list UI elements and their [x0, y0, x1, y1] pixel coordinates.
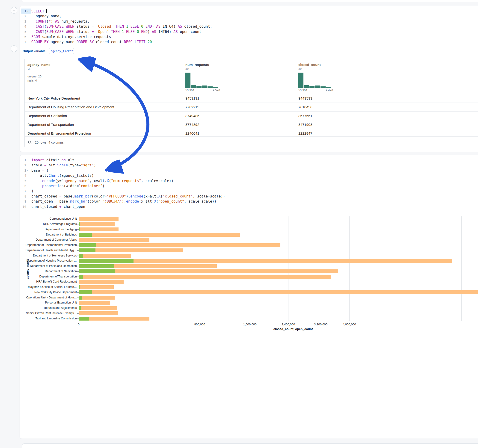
bar-closed — [79, 285, 114, 289]
code-token: 0 — [141, 25, 143, 29]
line-number: 1 — [25, 8, 26, 14]
table-row-count: 20 rows, 4 columns — [35, 141, 64, 144]
code-token: END — [141, 30, 148, 34]
code-token: CAST — [36, 25, 44, 29]
code-token: ( — [53, 25, 55, 29]
output-variable-chip[interactable]: agency_tickets — [49, 48, 74, 54]
y-axis-tick — [77, 313, 79, 314]
text-cursor — [46, 9, 47, 13]
output-variable-row: Output variable: agency_tickets — [23, 48, 74, 54]
line-number: 3 — [25, 19, 26, 24]
code-text: SELECT — [31, 8, 47, 14]
hist-min-label: 53,304 — [185, 89, 194, 92]
code-token — [124, 25, 126, 29]
y-axis-tick — [77, 303, 79, 303]
y-axis-tick — [77, 261, 79, 261]
table-cell: Department of Housing Preservation and D… — [25, 105, 183, 109]
code-token: 'Closed' — [96, 25, 113, 29]
histogram-axis-labels: 53,3049.4e6 — [298, 89, 333, 92]
table-cell: Department of Environmental Protection — [25, 131, 183, 136]
x-axis-label: 4,000,000 — [343, 323, 356, 326]
code-token: LIMIT — [135, 40, 145, 44]
table-cell: 9453131 — [183, 96, 296, 100]
code-token — [94, 25, 96, 29]
table-cell: 7618456 — [296, 105, 478, 109]
add-cell-button-top[interactable]: + — [11, 7, 17, 14]
code-token: = — [92, 25, 94, 29]
histogram-bar — [326, 87, 331, 88]
y-axis-tick — [77, 219, 79, 219]
column-type: i64 — [185, 68, 296, 71]
y-axis-tick — [77, 240, 79, 240]
y-axis-tick — [77, 287, 79, 287]
bar-open — [79, 222, 80, 226]
sql-cell: 1⌄SELECT 2 agency_name,3 COUNT(*) AS num… — [20, 6, 478, 152]
histogram-bar — [304, 85, 309, 88]
code-token: DESC — [124, 40, 132, 44]
code-token — [128, 25, 130, 29]
histogram-axis-labels: 53,3049.5e6 — [185, 89, 220, 92]
code-token: ( — [46, 19, 48, 24]
code-token — [31, 25, 36, 29]
output-variable-label: Output variable: — [23, 49, 47, 53]
code-token: closed_count, — [182, 25, 212, 29]
histogram — [185, 73, 220, 88]
bar-open — [79, 233, 92, 237]
bar-closed — [79, 259, 452, 263]
sql-code-editor[interactable]: 1⌄SELECT 2 agency_name,3 COUNT(*) AS num… — [21, 8, 477, 45]
gridline — [349, 216, 350, 321]
column-name: agency_name — [27, 63, 183, 67]
fold-chevron-icon[interactable]: ⌄ — [27, 8, 30, 13]
code-token: ( — [44, 25, 46, 29]
code-text: CAST(SUM(CASE WHEN status = 'Closed' THE… — [31, 24, 212, 29]
y-axis-label: Taxi and Limousine Commission — [25, 317, 77, 320]
code-token — [109, 30, 111, 34]
histogram-bar — [298, 73, 303, 88]
histogram-bar — [213, 87, 218, 88]
x-axis-label: 2,400,000 — [282, 323, 295, 326]
code-token: INT64) — [160, 25, 178, 29]
y-axis-label: Personal Exemption Unit — [25, 301, 77, 304]
code-token — [94, 30, 96, 34]
y-axis-tick — [77, 235, 79, 235]
add-cell-button-middle[interactable]: + — [11, 45, 17, 52]
code-token — [31, 19, 36, 24]
table-footer: 20 rows, 4 columns — [25, 137, 478, 148]
table-cell: 3471908 — [296, 123, 478, 127]
code-token — [145, 40, 148, 44]
bar-closed — [79, 275, 331, 279]
hist-max-label: 9.5e6 — [213, 89, 220, 92]
table-cell: 2240041 — [183, 131, 296, 136]
code-text: CAST(SUM(CASE WHEN status = 'Open' THEN … — [31, 29, 201, 34]
y-axis-label: Department of Parks and Recreation — [25, 264, 77, 268]
bar-open — [79, 259, 133, 263]
gridline — [442, 216, 442, 321]
x-axis-label: 800,000 — [194, 323, 205, 326]
bar-closed — [79, 306, 117, 310]
y-axis-label: Department of Sanitation — [25, 270, 77, 273]
y-axis-tick — [77, 277, 79, 277]
bar-chart: agency_name closed_count, open_count 080… — [20, 155, 478, 439]
chart-plot-area — [79, 216, 478, 321]
histogram-bar — [185, 73, 190, 88]
search-icon[interactable] — [28, 140, 32, 144]
y-axis-label: Department of Consumer Affairs — [25, 238, 77, 241]
y-axis-label: Senior Citizen Rent Increase Exempti… — [25, 311, 77, 315]
y-axis-label: Operations Unit - Department of Hom… — [25, 296, 77, 299]
y-axis-tick — [77, 318, 79, 319]
code-token — [31, 30, 36, 34]
bar-open — [79, 264, 114, 268]
code-token — [113, 25, 115, 29]
y-axis-label: New York City Police Department — [25, 291, 77, 294]
code-token — [44, 9, 46, 13]
code-text: agency_name, — [31, 14, 62, 19]
code-token: sample_data.nyc.service_requests — [40, 35, 111, 39]
bar-open — [79, 275, 83, 279]
code-line: 6FROM sample_data.nyc.service_requests — [21, 34, 477, 39]
code-token: * — [49, 19, 51, 24]
table-cell: 3774892 — [183, 123, 296, 127]
histogram-bar — [315, 86, 320, 88]
bar-closed — [79, 233, 240, 237]
code-token: agency_name, — [31, 14, 62, 18]
code-token: AS — [173, 30, 178, 34]
